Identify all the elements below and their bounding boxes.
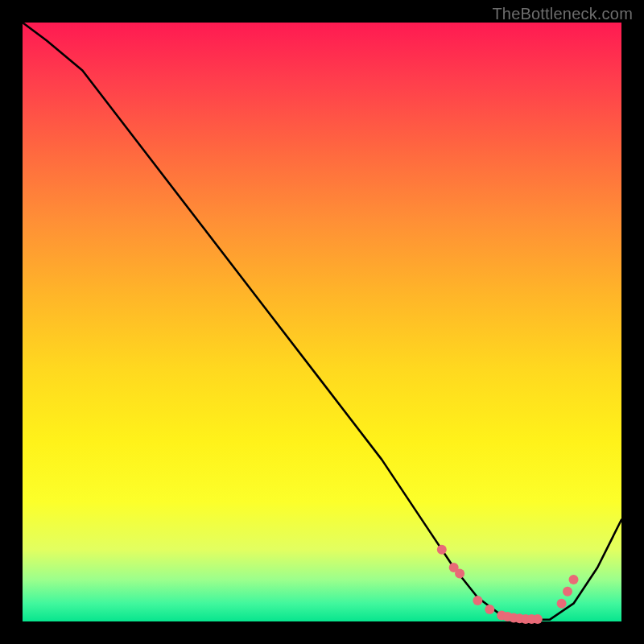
chart-svg <box>23 23 621 621</box>
plot-area <box>23 23 621 621</box>
marker-dot <box>533 614 543 624</box>
marker-dot <box>526 614 536 624</box>
attribution-label: TheBottleneck.com <box>492 5 633 23</box>
marker-dot <box>521 614 530 624</box>
marker-dot <box>437 545 447 555</box>
marker-dot <box>563 587 572 597</box>
marker-group <box>437 545 579 624</box>
marker-dot <box>473 596 482 605</box>
marker-dot <box>569 575 579 584</box>
marker-dot <box>503 612 513 621</box>
marker-dot <box>455 569 464 579</box>
marker-dot <box>515 613 525 623</box>
marker-dot <box>509 613 518 623</box>
chart-frame: TheBottleneck.com <box>0 0 644 644</box>
marker-dot <box>485 605 494 614</box>
marker-dot <box>497 611 506 621</box>
marker-dot <box>449 563 459 572</box>
marker-dot <box>557 599 567 609</box>
curve-line <box>23 23 621 620</box>
